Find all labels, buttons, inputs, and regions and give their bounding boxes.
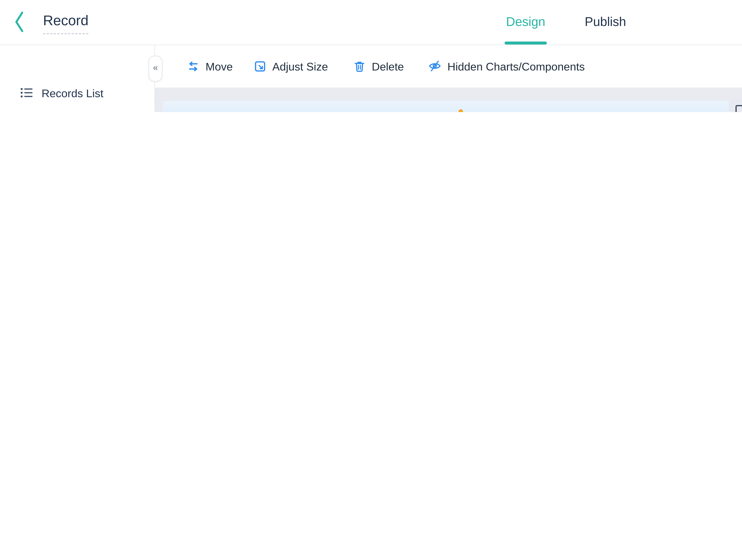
app-root: Record Design Publish ? J Records List C…: [0, 0, 742, 112]
back-chevron-icon: [13, 10, 25, 34]
sidebar-collapse-button[interactable]: «: [148, 56, 162, 81]
eye-hidden-icon: [428, 59, 441, 73]
tab-design[interactable]: Design: [506, 0, 545, 44]
toolbar-move[interactable]: Move: [187, 45, 233, 88]
toolbar-delete[interactable]: Delete: [353, 45, 404, 88]
toolbar-label: Delete: [372, 60, 404, 72]
toolbar-hidden-charts[interactable]: Hidden Charts/Components: [428, 45, 585, 88]
adjust-size-icon: [254, 60, 266, 72]
top-bar: Record Design Publish ? J: [0, 0, 742, 45]
trash-icon: [353, 60, 366, 72]
records-list-icon: [20, 86, 34, 99]
desktop-icon: [735, 104, 742, 112]
sidebar-item-label: Records List: [42, 87, 103, 99]
page-title: Record: [43, 13, 89, 34]
desktop-view-toggle[interactable]: [729, 99, 742, 112]
design-toolbar: Move Adjust Size Delete Hidden Charts/: [155, 45, 742, 88]
back-button[interactable]: [13, 10, 25, 36]
tab-publish[interactable]: Publish: [585, 0, 626, 44]
sidebar: Records List Component Image Text Shortc…: [0, 45, 155, 112]
toolbar-label: Move: [206, 60, 233, 72]
banner-decoration: [162, 101, 742, 112]
banner-component[interactable]: Sales Record: [162, 101, 742, 112]
toolbar-adjust-size[interactable]: Adjust Size: [254, 45, 328, 88]
sidebar-item-records-list[interactable]: Records List: [0, 82, 154, 103]
toolbar-label: Hidden Charts/Components: [447, 60, 585, 72]
move-icon: [187, 60, 200, 72]
toolbar-label: Adjust Size: [272, 60, 328, 72]
active-tab-underline: [505, 42, 547, 44]
